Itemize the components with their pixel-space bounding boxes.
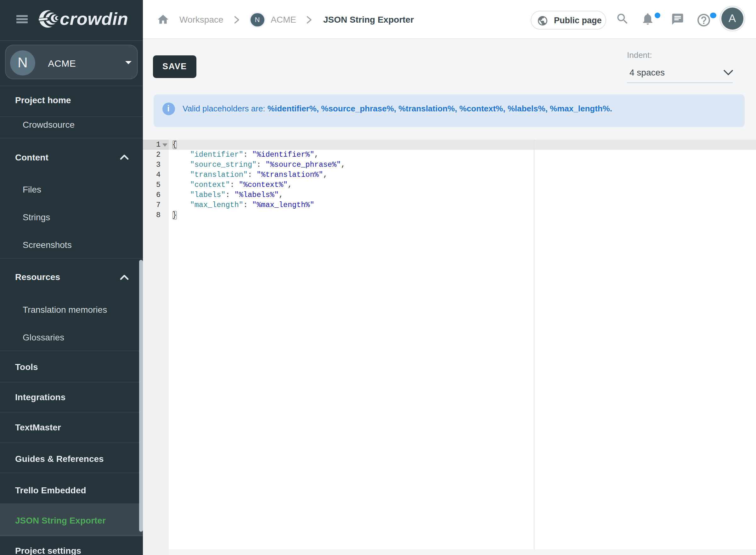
svg-text:crowdin: crowdin: [60, 9, 128, 28]
